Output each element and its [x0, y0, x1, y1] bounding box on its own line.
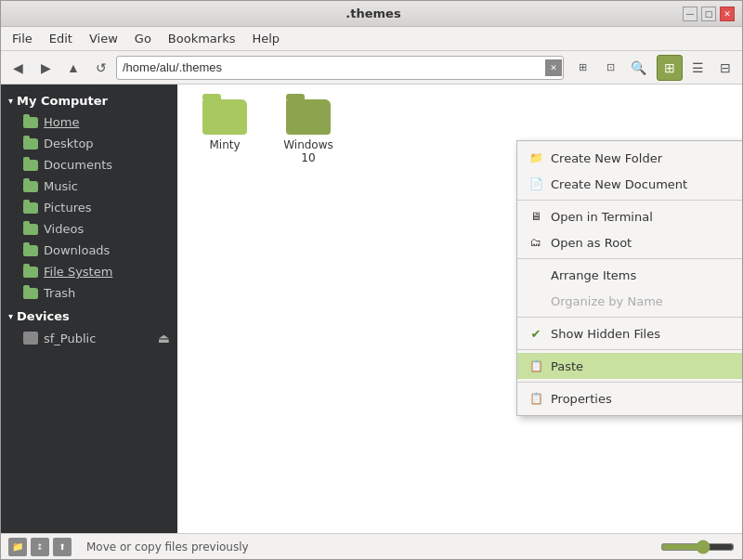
sidebar-label-pictures: Pictures — [44, 201, 91, 215]
section-arrow-my-computer: ▾ — [8, 96, 13, 106]
root-icon: 🗂 — [528, 235, 543, 250]
sidebar-label-downloads: Downloads — [44, 243, 110, 257]
sidebar-section-my-computer[interactable]: ▾ My Computer — [1, 88, 177, 111]
status-icon-new-folder[interactable]: 📁 — [8, 538, 27, 556]
section-arrow-devices: ▾ — [8, 311, 13, 321]
menu-go[interactable]: Go — [127, 30, 159, 47]
sidebar-item-music[interactable]: Music — [1, 176, 177, 197]
address-bar[interactable] — [116, 56, 564, 80]
pictures-folder-icon — [23, 202, 38, 214]
hidden-check-icon: ✔ — [528, 326, 543, 341]
windows10-label: Windows10 — [283, 138, 333, 164]
menu-view[interactable]: View — [82, 30, 125, 47]
sidebar-item-documents[interactable]: Documents — [1, 154, 177, 176]
view-buttons: ⊞ ☰ ⊟ — [657, 55, 738, 81]
filesystem-folder-icon — [23, 267, 38, 278]
sidebar-item-downloads[interactable]: Downloads — [1, 240, 177, 261]
list-view-button[interactable]: ☰ — [684, 55, 710, 81]
ctx-show-hidden[interactable]: ✔ Show Hidden Files — [517, 320, 742, 346]
close-button[interactable]: ✕ — [720, 7, 735, 21]
ctx-label-organize-name: Organize by Name — [551, 294, 663, 308]
up-button[interactable]: ▲ — [60, 55, 86, 81]
sf-public-icon — [23, 332, 38, 345]
sidebar-label-documents: Documents — [44, 158, 112, 172]
file-item-minty[interactable]: Minty — [192, 99, 257, 164]
sidebar-item-file-system[interactable]: File System — [1, 261, 177, 282]
status-bar: 📁 ↕ ⬆ Move or copy files previously — [1, 533, 742, 559]
title-bar-controls: — □ ✕ — [683, 7, 735, 21]
sidebar-label-filesystem: File System — [44, 265, 112, 279]
sidebar-section-devices[interactable]: ▾ Devices — [1, 304, 177, 327]
main-area: ▾ My Computer Home Desktop Documents Mus… — [1, 85, 742, 533]
reload-button[interactable]: ↺ — [88, 55, 114, 81]
zoom-slider[interactable] — [660, 540, 735, 554]
title-bar: .themes — □ ✕ — [1, 1, 742, 27]
menu-bookmarks[interactable]: Bookmarks — [161, 30, 243, 47]
minimize-button[interactable]: — — [683, 7, 697, 21]
create-folder-icon: 📁 — [528, 150, 543, 165]
expand-button[interactable]: ⊡ — [597, 55, 623, 81]
status-icon-sort[interactable]: ↕ — [31, 538, 49, 556]
ctx-sep-5 — [517, 382, 742, 383]
ctx-create-new-document[interactable]: 📄 Create New Document ▶ — [517, 171, 742, 197]
compact-view-button[interactable]: ⊟ — [712, 55, 738, 81]
ctx-label-arrange-items: Arrange Items — [551, 268, 636, 282]
menu-help[interactable]: Help — [244, 30, 287, 47]
sidebar-item-pictures[interactable]: Pictures — [1, 197, 177, 218]
address-clear-button[interactable]: ✕ — [545, 59, 562, 76]
sidebar-label-desktop: Desktop — [44, 137, 94, 150]
icon-view-button[interactable]: ⊞ — [657, 55, 683, 81]
sidebar-label-home: Home — [44, 115, 79, 129]
menu-file[interactable]: File — [5, 30, 40, 47]
ctx-arrange-items[interactable]: Arrange Items ▶ — [517, 262, 742, 288]
ctx-label-open-root: Open as Root — [551, 236, 632, 250]
ctx-sep-2 — [517, 258, 742, 259]
status-icon-open[interactable]: ⬆ — [53, 538, 72, 556]
ctx-open-terminal[interactable]: 🖥 Open in Terminal — [517, 203, 742, 229]
maximize-button[interactable]: □ — [701, 7, 716, 21]
sidebar: ▾ My Computer Home Desktop Documents Mus… — [1, 85, 177, 533]
ctx-label-create-new-document: Create New Document — [551, 177, 687, 191]
context-menu: 📁 Create New Folder 📄 Create New Documen… — [516, 140, 742, 416]
ctx-label-create-new-folder: Create New Folder — [551, 151, 662, 165]
sidebar-item-videos[interactable]: Videos — [1, 218, 177, 240]
toolbar: ◀ ▶ ▲ ↺ ✕ ⊞ ⊡ 🔍 ⊞ ☰ ⊟ — [1, 51, 742, 85]
sidebar-item-sf-public[interactable]: sf_Public ⏏ — [1, 327, 177, 349]
organize-icon — [528, 293, 543, 308]
menu-bar: File Edit View Go Bookmarks Help — [1, 27, 742, 51]
sidebar-item-trash[interactable]: Trash — [1, 282, 177, 304]
status-bar-icons: 📁 ↕ ⬆ — [8, 538, 72, 556]
ctx-label-properties: Properties — [551, 392, 612, 406]
sidebar-label-sf-public: sf_Public — [44, 332, 96, 345]
forward-button[interactable]: ▶ — [33, 55, 59, 81]
ctx-label-open-terminal: Open in Terminal — [551, 210, 653, 224]
back-button[interactable]: ◀ — [5, 55, 31, 81]
search-button[interactable]: 🔍 — [625, 55, 651, 81]
arrange-icon — [528, 267, 543, 282]
minty-folder-icon — [202, 99, 247, 135]
ctx-open-root[interactable]: 🗂 Open as Root — [517, 229, 742, 255]
sf-public-eject-icon[interactable]: ⏏ — [158, 331, 170, 345]
ctx-properties[interactable]: 📋 Properties — [517, 385, 742, 411]
ctx-paste[interactable]: 📋 Paste — [517, 353, 742, 379]
ctx-sep-1 — [517, 200, 742, 201]
menu-edit[interactable]: Edit — [42, 30, 80, 47]
file-manager-window: .themes — □ ✕ File Edit View Go Bookmark… — [0, 0, 743, 560]
file-item-windows10[interactable]: Windows10 — [276, 99, 341, 164]
shrink-button[interactable]: ⊞ — [569, 55, 595, 81]
trash-folder-icon — [23, 288, 38, 299]
sidebar-item-home[interactable]: Home — [1, 111, 177, 133]
section-label-my-computer: My Computer — [17, 94, 108, 108]
file-area[interactable]: Minty Windows10 📁 Create New Folder 📄 Cr… — [177, 85, 742, 533]
sidebar-label-trash: Trash — [44, 286, 75, 300]
sidebar-item-desktop[interactable]: Desktop — [1, 133, 177, 154]
downloads-folder-icon — [23, 245, 38, 256]
create-document-icon: 📄 — [528, 176, 543, 191]
ctx-sep-3 — [517, 317, 742, 318]
ctx-create-new-folder[interactable]: 📁 Create New Folder — [517, 145, 742, 171]
terminal-icon: 🖥 — [528, 209, 543, 224]
ctx-label-show-hidden: Show Hidden Files — [551, 327, 660, 341]
music-folder-icon — [23, 181, 38, 192]
ctx-label-paste: Paste — [551, 359, 583, 373]
status-text: Move or copy files previously — [86, 540, 653, 553]
